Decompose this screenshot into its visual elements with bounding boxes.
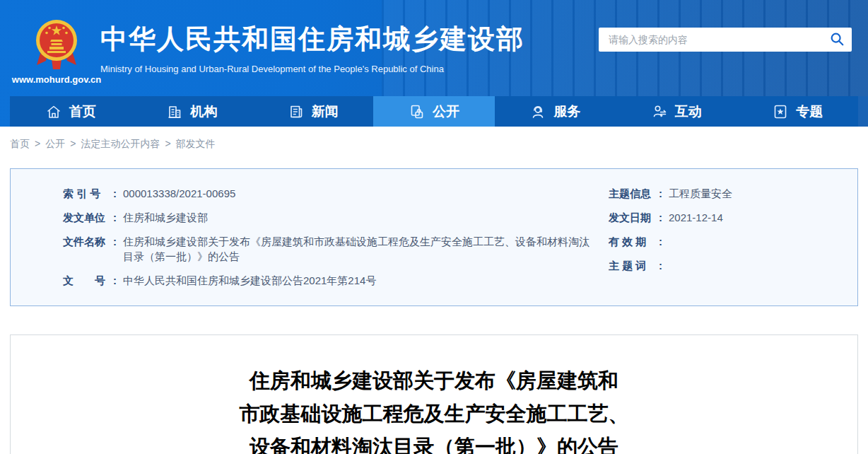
site-subtitle: Ministry of Housing and Urban-Rural Deve… — [100, 64, 524, 74]
site-url: www.mohurd.gov.cn — [12, 74, 101, 85]
meta-value: 住房和城乡建设部 — [123, 210, 208, 225]
article-title-line: 设备和材料淘汰目录（第一批）》的公告 — [11, 431, 857, 454]
breadcrumb-separator: > — [165, 138, 170, 149]
meta-value: 000013338/2021-00695 — [123, 186, 235, 201]
news-icon — [288, 103, 305, 120]
meta-label: 发文单位 — [63, 210, 112, 225]
meta-colon: : — [113, 273, 117, 288]
meta-row-subject-info: 主题信息: 工程质量安全 — [609, 186, 850, 201]
meta-colon: : — [659, 210, 662, 225]
disclosure-icon — [409, 103, 426, 120]
breadcrumb-link-statutory-content[interactable]: 法定主动公开内容 — [81, 138, 160, 149]
meta-label: 文件名称 — [63, 234, 112, 264]
meta-colon: : — [659, 258, 662, 273]
meta-label: 主 题 词 — [609, 258, 658, 273]
nav-label: 首页 — [69, 103, 96, 121]
search-button[interactable] — [822, 28, 852, 52]
home-icon — [45, 103, 62, 120]
nav-item-news[interactable]: 新闻 — [252, 96, 373, 127]
national-emblem-icon — [34, 18, 79, 72]
search-icon — [829, 31, 845, 49]
nav-item-services[interactable]: 服务 — [495, 96, 616, 127]
meta-label: 有 效 期 — [609, 234, 658, 249]
site-title: 中华人民共和国住房和城乡建设部 — [100, 21, 524, 57]
nav-label: 服务 — [553, 103, 580, 121]
main-nav: 首页 机构 新闻 — [10, 96, 858, 127]
meta-label: 主题信息 — [609, 186, 658, 201]
site-header: www.mohurd.gov.cn 中华人民共和国住房和城乡建设部 Minist… — [0, 0, 868, 127]
breadcrumb-link-disclosure[interactable]: 公开 — [45, 138, 65, 149]
search-input[interactable] — [599, 28, 822, 52]
article-card: 住房和城乡建设部关于发布《房屋建筑和 市政基础设施工程危及生产安全施工工艺、 设… — [10, 334, 858, 454]
article-title-line: 住房和城乡建设部关于发布《房屋建筑和 — [11, 364, 857, 397]
topics-icon — [772, 103, 789, 120]
meta-row-validity-period: 有 效 期: — [609, 234, 850, 249]
document-meta-card: 索 引 号: 000013338/2021-00695 发文单位: 住房和城乡建… — [10, 168, 858, 306]
meta-row-issue-date: 发文日期: 2021-12-14 — [609, 210, 850, 225]
nav-item-interaction[interactable]: 互动 — [616, 96, 737, 127]
meta-value: 住房和城乡建设部关于发布《房屋建筑和市政基础设施工程危及生产安全施工工艺、设备和… — [123, 234, 596, 264]
nav-label: 机构 — [190, 103, 217, 121]
nav-item-topics[interactable]: 专题 — [737, 96, 858, 127]
meta-value: 中华人民共和国住房和城乡建设部公告2021年第214号 — [123, 273, 376, 288]
service-icon — [529, 103, 546, 120]
meta-label: 发文日期 — [609, 210, 658, 225]
breadcrumb-separator: > — [35, 138, 40, 149]
breadcrumb-separator: > — [70, 138, 76, 149]
nav-item-disclosure[interactable]: 公开 — [373, 96, 494, 127]
meta-value: 2021-12-14 — [669, 210, 723, 225]
meta-row-index-number: 索 引 号: 000013338/2021-00695 — [63, 186, 596, 201]
meta-label: 索 引 号 — [63, 186, 112, 201]
meta-colon: : — [113, 234, 117, 264]
building-icon — [166, 103, 183, 120]
article-title: 住房和城乡建设部关于发布《房屋建筑和 市政基础设施工程危及生产安全施工工艺、 设… — [11, 335, 857, 454]
breadcrumb-link-home[interactable]: 首页 — [10, 138, 30, 149]
nav-label: 互动 — [675, 103, 702, 121]
meta-colon: : — [659, 234, 662, 249]
breadcrumb: 首页>公开>法定主动公开内容>部发文件 — [10, 138, 858, 151]
meta-colon: : — [113, 186, 117, 201]
nav-item-organization[interactable]: 机构 — [131, 96, 252, 127]
meta-row-keywords: 主 题 词: — [609, 258, 850, 273]
nav-label: 专题 — [796, 103, 823, 121]
meta-label: 文 号 — [63, 273, 112, 288]
article-title-line: 市政基础设施工程危及生产安全施工工艺、 — [11, 397, 857, 431]
interaction-icon — [651, 103, 668, 120]
meta-value: 工程质量安全 — [669, 186, 732, 201]
nav-item-home[interactable]: 首页 — [10, 96, 131, 127]
meta-colon: : — [659, 186, 662, 201]
meta-row-document-number: 文 号: 中华人民共和国住房和城乡建设部公告2021年第214号 — [63, 273, 596, 288]
breadcrumb-current: 部发文件 — [176, 138, 216, 149]
meta-row-issuing-unit: 发文单位: 住房和城乡建设部 — [63, 210, 596, 225]
meta-colon: : — [113, 210, 117, 225]
search-box — [599, 28, 852, 52]
nav-label: 公开 — [433, 103, 459, 121]
nav-label: 新闻 — [312, 103, 339, 121]
site-logo: www.mohurd.gov.cn 中华人民共和国住房和城乡建设部 Minist… — [10, 11, 524, 85]
meta-row-document-name: 文件名称: 住房和城乡建设部关于发布《房屋建筑和市政基础设施工程危及生产安全施工… — [63, 234, 596, 264]
